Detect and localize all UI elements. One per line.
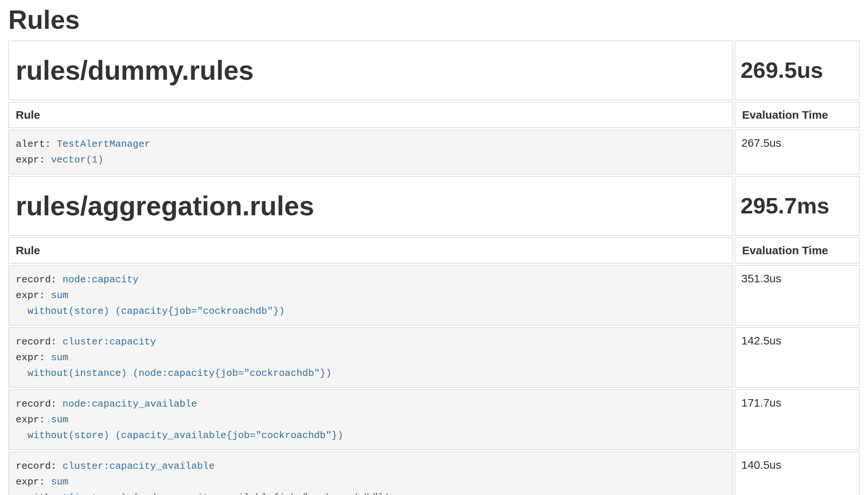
rule-row: record: cluster:capacity_available expr:… [8,452,860,495]
rule-code-link[interactable]: without(store) (capacity_available{job="… [16,430,343,441]
column-header-rule: Rule [8,102,733,128]
rule-code-link[interactable]: node:capacity [63,274,139,285]
rule-code-keyword: expr: [16,414,51,425]
rule-definition-code: record: cluster:capacity expr: sum witho… [16,334,726,381]
rule-code-link[interactable]: TestAlertManager [57,139,150,150]
rule-definition-cell: record: cluster:capacity expr: sum witho… [8,327,733,388]
rule-code-link[interactable]: without(instance) (node:capacity_availab… [16,492,390,495]
rule-group-file-cell: rules/dummy.rules [8,40,733,100]
rule-code-link[interactable]: cluster:capacity_available [63,461,215,472]
rule-row: record: cluster:capacity expr: sum witho… [8,327,860,388]
rule-group-header-row: rules/dummy.rules269.5us [8,40,860,100]
rule-code-link[interactable]: without(store) (capacity{job="cockroachd… [16,306,285,317]
rule-evaluation-time: 171.7us [735,389,860,450]
rule-evaluation-time: 351.3us [735,265,860,326]
rule-row: alert: TestAlertManager expr: vector(1)2… [8,130,860,174]
rule-definition-cell: record: cluster:capacity_available expr:… [8,452,733,495]
rule-definition-code: alert: TestAlertManager expr: vector(1) [16,136,726,168]
rule-group-evaluation-time: 295.7ms [735,176,860,236]
column-header-evaluation-time: Evaluation Time [735,102,860,128]
rule-code-keyword: record: [16,398,63,410]
column-header-evaluation-time: Evaluation Time [735,237,860,264]
rule-code-keyword: expr: [16,154,51,165]
rule-evaluation-time: 140.5us [735,452,860,495]
rule-code-link[interactable]: vector(1) [51,154,103,165]
column-header-rule: Rule [8,237,733,264]
rule-code-link[interactable]: node:capacity_available [63,398,197,410]
rule-definition-cell: alert: TestAlertManager expr: vector(1) [8,130,733,174]
column-header-row: RuleEvaluation Time [8,102,860,128]
rule-group-file-cell: rules/aggregation.rules [8,176,733,236]
rule-group-evaluation-time: 269.5us [735,40,860,100]
rule-code-link[interactable]: without(instance) (node:capacity{job="co… [16,368,332,379]
rule-row: record: node:capacity expr: sum without(… [8,265,860,326]
rule-evaluation-time: 142.5us [735,327,860,388]
rule-group-header-row: rules/aggregation.rules295.7ms [8,176,860,236]
rule-group-file: rules/aggregation.rules [16,191,726,221]
rule-row: record: node:capacity_available expr: su… [8,389,860,450]
rule-code-keyword: expr: [16,290,51,301]
rule-code-keyword: alert: [16,139,57,150]
rule-definition-cell: record: node:capacity expr: sum without(… [8,265,733,326]
rule-code-link[interactable]: sum [51,476,69,488]
rule-definition-code: record: node:capacity_available expr: su… [16,396,726,443]
rule-code-link[interactable]: cluster:capacity [63,336,156,347]
rule-group-file: rules/dummy.rules [16,55,726,85]
rules-table: rules/dummy.rules269.5usRuleEvaluation T… [7,39,861,495]
rule-code-link[interactable]: sum [51,290,69,301]
page-title: Rules [8,5,861,34]
rule-code-link[interactable]: sum [51,352,69,363]
rule-definition-code: record: cluster:capacity_available expr:… [16,458,726,495]
rules-table-body: rules/dummy.rules269.5usRuleEvaluation T… [8,40,860,495]
rule-definition-code: record: node:capacity expr: sum without(… [16,272,726,319]
rule-code-keyword: expr: [16,352,51,363]
rule-code-link[interactable]: sum [51,414,69,425]
rule-definition-cell: record: node:capacity_available expr: su… [8,389,733,450]
rule-code-keyword: expr: [16,476,51,488]
rule-code-keyword: record: [16,336,63,347]
rule-evaluation-time: 267.5us [735,130,860,174]
rule-code-keyword: record: [16,274,63,285]
column-header-row: RuleEvaluation Time [8,237,860,264]
rule-code-keyword: record: [16,461,63,472]
